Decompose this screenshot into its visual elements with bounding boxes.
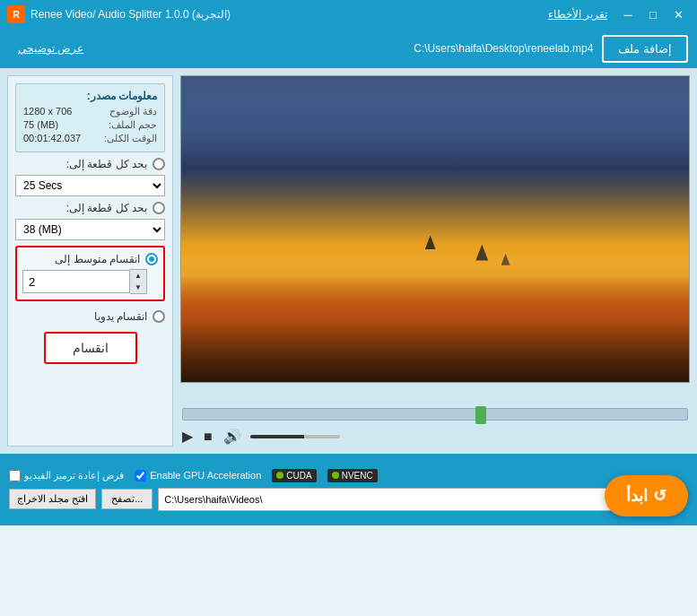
by-size-dropdown-row: 38 (MB) 50 (MB) 100 (MB) (15, 219, 165, 240)
resolution-row: دقة الوضوح 1280 x 706 (23, 106, 157, 117)
bottom-wrapper: فرض إعادة ترميز الفيديو Enable GPU Accel… (0, 454, 697, 525)
avg-split-radio[interactable] (145, 253, 158, 265)
duration-row: الوقت الكلى: 00:01:42.037 (23, 133, 157, 144)
progress-bar[interactable] (182, 408, 688, 421)
maximize-button[interactable]: □ (641, 4, 665, 24)
add-file-button[interactable]: إضافة ملف (602, 35, 688, 63)
reencode-checkbox[interactable] (9, 470, 21, 482)
source-info-title: معلومات مصدر: (23, 90, 157, 102)
by-time-dropdown-row: 25 Secs 30 Secs 60 Secs 120 Secs (15, 175, 165, 196)
close-button[interactable]: ✕ (667, 4, 690, 24)
output-path-row: مجلد الاخراج ...تصفح افتح مجلد الاخراج (9, 488, 688, 511)
progress-area (180, 408, 690, 421)
video-thumbnail (181, 76, 689, 382)
titlebar-left: R Renee Video/ Audio Splitter 1.0.0 (الت… (7, 5, 231, 23)
progress-marker[interactable] (475, 406, 486, 424)
spinbox-row: ▲ ▼ (22, 269, 158, 294)
file-path: C:\Users\haifa\Desktop\reneelab.mp4 (414, 42, 593, 55)
resolution-value: 1280 x 706 (23, 106, 72, 117)
window-controls: ─ □ ✕ (616, 4, 690, 24)
cuda-badge: CUDA (272, 469, 316, 482)
toolbar: إضافة ملف C:\Users\haifa\Desktop\reneela… (0, 29, 697, 68)
filesize-row: حجم الملف: 75 (MB) (23, 119, 157, 131)
avg-split-section: انقسام متوسط إلى ▲ ▼ (15, 246, 165, 301)
avg-split-input[interactable] (22, 270, 130, 293)
app-title: Renee Video/ Audio Splitter 1.0.0 (التجر… (30, 8, 231, 21)
by-size-label: بحد كل قطعة إلى: (66, 202, 147, 214)
avg-split-row: انقسام متوسط إلى (22, 253, 158, 265)
duration-label: الوقت الكلى: (104, 133, 157, 144)
avg-split-label: انقسام متوسط إلى (55, 253, 140, 265)
nvenc-dot (332, 472, 339, 479)
open-output-button[interactable]: افتح مجلد الاخراج (9, 489, 96, 509)
stop-button[interactable]: ■ (202, 427, 214, 447)
start-button[interactable]: ↺ ابدأ (605, 475, 688, 516)
nvenc-badge: NVENC (327, 469, 378, 482)
gpu-option: Enable GPU Acceleration (135, 470, 261, 482)
manual-label: انقسام يدويا (94, 310, 147, 323)
bottom-bar: فرض إعادة ترميز الفيديو Enable GPU Accel… (0, 454, 697, 525)
cuda-dot (276, 472, 283, 479)
video-container: 00:00:51.018 00:00:000 / 00:01:42.037 (180, 75, 690, 383)
by-time-radio[interactable] (152, 158, 165, 170)
by-size-select[interactable]: 38 (MB) 50 (MB) 100 (MB) (15, 219, 165, 240)
manual-radio[interactable] (152, 310, 165, 323)
app-icon: R (7, 5, 25, 23)
main-content: 00:00:51.018 00:00:000 / 00:01:42.037 ▶ … (0, 68, 697, 454)
by-time-row: بحد كل قطعة إلى: (15, 158, 165, 170)
filesize-label: حجم الملف: (109, 119, 157, 131)
output-path-input[interactable] (158, 488, 631, 511)
duration-value: 00:01:42.037 (23, 133, 81, 144)
titlebar: R Renee Video/ Audio Splitter 1.0.0 (الت… (0, 0, 697, 29)
gpu-checkbox[interactable] (135, 470, 146, 482)
minimize-button[interactable]: ─ (616, 4, 640, 24)
kite-shape-2 (475, 245, 488, 261)
bottom-options: فرض إعادة ترميز الفيديو Enable GPU Accel… (9, 469, 688, 482)
video-panel: 00:00:51.018 00:00:000 / 00:01:42.037 ▶ … (180, 75, 690, 447)
split-by-size-option: بحد كل قطعة إلى: 38 (MB) 50 (MB) 100 (MB… (15, 202, 165, 240)
start-label: ابدأ (626, 486, 648, 506)
source-info-section: معلومات مصدر: دقة الوضوح 1280 x 706 حجم … (15, 83, 165, 152)
right-panel: معلومات مصدر: دقة الوضوح 1280 x 706 حجم … (7, 75, 173, 447)
reencode-label: فرض إعادة ترميز الفيديو (24, 470, 124, 482)
gpu-label: Enable GPU Acceleration (150, 470, 261, 481)
preview-link[interactable]: عرض توضيحي (18, 42, 83, 55)
resolution-label: دقة الوضوح (109, 106, 157, 117)
by-size-radio[interactable] (152, 202, 165, 214)
volume-slider[interactable] (250, 435, 340, 438)
spinbox-up-button[interactable]: ▲ (130, 270, 146, 282)
spinbox-buttons: ▲ ▼ (130, 269, 147, 294)
by-size-row: بحد كل قطعة إلى: (15, 202, 165, 214)
manual-split-option: انقسام يدويا (15, 310, 165, 323)
kite-shape-1 (425, 235, 436, 249)
video-clouds-overlay (181, 76, 689, 213)
split-btn-container: انقسام (15, 332, 165, 364)
cuda-label: CUDA (286, 471, 311, 481)
spinbox-down-button[interactable]: ▼ (130, 282, 146, 293)
by-time-label: بحد كل قطعة إلى: (66, 158, 147, 170)
start-icon: ↺ (653, 486, 667, 506)
browse-button[interactable]: ...تصفح (101, 489, 152, 509)
report-link[interactable]: تقرير الأخطاء (548, 8, 607, 21)
split-button[interactable]: انقسام (44, 332, 137, 364)
video-reflection-overlay (181, 260, 689, 382)
volume-icon[interactable]: 🔊 (222, 426, 243, 447)
split-by-time-option: بحد كل قطعة إلى: 25 Secs 30 Secs 60 Secs… (15, 158, 165, 196)
play-button[interactable]: ▶ (180, 426, 195, 447)
by-time-select[interactable]: 25 Secs 30 Secs 60 Secs 120 Secs (15, 175, 165, 196)
playback-controls: ▶ ■ 🔊 (180, 426, 690, 447)
reencode-option: فرض إعادة ترميز الفيديو (9, 470, 124, 482)
nvenc-label: NVENC (342, 471, 373, 481)
filesize-value: 75 (MB) (23, 119, 58, 131)
